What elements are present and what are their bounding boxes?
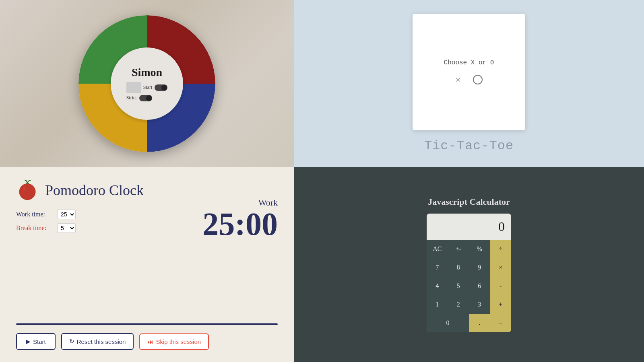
start-label: Start <box>143 84 153 90</box>
break-time-select[interactable]: 51015 <box>57 223 76 233</box>
simon-circle: Simon Start Strict <box>78 15 215 152</box>
svg-point-2 <box>23 187 26 190</box>
calc-btn-0[interactable]: 0 <box>427 314 469 332</box>
calc-btn-2[interactable]: 2 <box>448 295 469 314</box>
skip-label: Skip this session <box>156 338 201 345</box>
play-icon: ▶ <box>26 338 31 345</box>
simon-title: Simon <box>132 66 162 79</box>
pomodoro-timer-section: Work 25:00 <box>202 197 278 240</box>
calc-btn-6[interactable]: 6 <box>469 277 490 295</box>
simon-controls: Start Strict <box>126 82 168 101</box>
calc-display: 0 <box>427 214 511 240</box>
start-label: Start <box>33 338 46 345</box>
ttt-choose-text: Choose X or 0 <box>444 59 494 66</box>
ttt-title: Tic-Tac-Toe <box>424 138 514 153</box>
start-button[interactable]: ▶ Start <box>16 333 56 350</box>
ttt-card: Choose X or 0 × <box>413 14 525 130</box>
ttt-symbol-choices: × <box>455 74 483 85</box>
simon-start-row: Start <box>126 82 168 93</box>
calc-btn-percent[interactable]: % <box>469 240 490 258</box>
pomodoro-title: Pomodoro Clock <box>45 182 144 199</box>
pomodoro-buttons: ▶ Start ↻ Reset this session ⏭ Skip this… <box>16 333 278 350</box>
work-time-label: Work time: <box>16 211 52 218</box>
simon-panel: Simon Start Strict <box>0 0 294 167</box>
work-time-select[interactable]: 253020 <box>57 210 76 219</box>
calc-btn-ac[interactable]: AC <box>427 240 448 258</box>
calc-btn-decimal[interactable]: . <box>469 314 490 332</box>
timer-display: 25:00 <box>202 208 278 240</box>
calc-title: Javascript Calculator <box>428 197 510 207</box>
break-time-row: Break time: 51015 <box>16 223 76 233</box>
reset-label: Reset this session <box>77 338 126 345</box>
calc-btn-1[interactable]: 1 <box>427 295 448 314</box>
calc-btn-8[interactable]: 8 <box>448 258 469 277</box>
break-time-label: Break time: <box>16 224 52 232</box>
calc-btn-divide[interactable]: ÷ <box>490 240 512 258</box>
progress-bar <box>16 323 278 325</box>
simon-strict-row: Strict <box>126 95 168 101</box>
work-time-row: Work time: 253020 <box>16 210 76 219</box>
tomato-icon <box>16 179 39 202</box>
calc-btn-3[interactable]: 3 <box>469 295 490 314</box>
ttt-panel: Choose X or 0 × Tic-Tac-Toe <box>294 0 644 167</box>
calc-btn-multiply[interactable]: × <box>490 258 512 277</box>
calc-btn-5[interactable]: 5 <box>448 277 469 295</box>
reset-icon: ↻ <box>69 338 74 345</box>
simon-start-toggle[interactable] <box>155 84 167 91</box>
reset-button[interactable]: ↻ Reset this session <box>61 333 134 350</box>
calc-btn-subtract[interactable]: - <box>490 277 512 295</box>
calc-buttons: AC +- % ÷ 7 8 9 × 4 5 6 - 1 2 3 + 0 . = <box>427 240 511 332</box>
simon-strict-toggle[interactable] <box>139 95 152 101</box>
ttt-o-choice[interactable] <box>473 75 483 84</box>
calc-container: 0 AC +- % ÷ 7 8 9 × 4 5 6 - 1 2 3 + 0 . … <box>427 214 511 332</box>
calc-panel: Javascript Calculator 0 AC +- % ÷ 7 8 9 … <box>294 167 644 362</box>
calc-display-value: 0 <box>498 219 505 234</box>
calc-btn-4[interactable]: 4 <box>427 277 448 295</box>
calc-btn-7[interactable]: 7 <box>427 258 448 277</box>
pomodoro-panel: Pomodoro Clock Work time: 253020 Break t… <box>0 167 294 362</box>
ttt-x-choice[interactable]: × <box>455 74 461 85</box>
pomodoro-settings: Work time: 253020 Break time: 51015 <box>16 210 76 233</box>
calc-btn-equals[interactable]: = <box>490 314 512 332</box>
strict-label: Strict <box>126 95 137 101</box>
calc-btn-plusminus[interactable]: +- <box>448 240 469 258</box>
simon-center: Simon Start Strict <box>111 47 183 120</box>
skip-icon: ⏭ <box>147 338 153 345</box>
simon-score-display <box>126 82 141 93</box>
calc-btn-9[interactable]: 9 <box>469 258 490 277</box>
svg-point-1 <box>19 183 35 200</box>
skip-button[interactable]: ⏭ Skip this session <box>139 333 209 350</box>
simon-game: Simon Start Strict <box>78 15 215 152</box>
calc-btn-add[interactable]: + <box>490 295 512 314</box>
